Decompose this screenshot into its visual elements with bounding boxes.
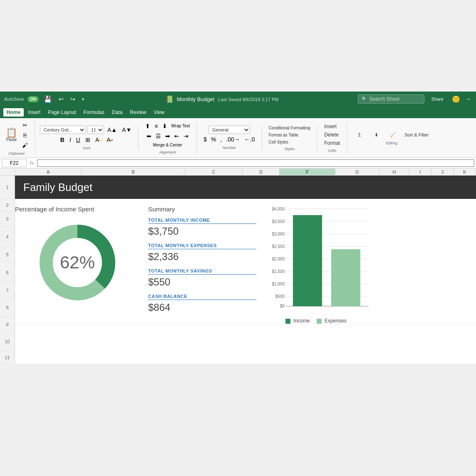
- cash-balance-label: CASH BALANCE: [148, 294, 256, 300]
- legend-income-dot: [285, 319, 290, 324]
- currency-button[interactable]: $: [202, 135, 208, 144]
- align-center-button[interactable]: ☰: [154, 131, 163, 141]
- delete-button[interactable]: Delete: [322, 131, 342, 139]
- row-num-5: 5: [0, 247, 15, 262]
- increase-font-button[interactable]: A▲: [106, 125, 119, 134]
- cell-styles-button[interactable]: Cell Styles: [267, 139, 312, 145]
- fx-label: fx: [28, 160, 35, 166]
- insert-button[interactable]: Insert: [322, 123, 342, 130]
- redo-icon[interactable]: ↪: [69, 94, 77, 104]
- workbook-title: Monthly Budget Last Saved 8/6/2018 3:17 …: [177, 96, 279, 102]
- autosum-button[interactable]: Σ: [352, 131, 367, 139]
- income-label: TOTAL MONTHLY INCOME: [148, 218, 256, 224]
- clear-button[interactable]: 🧹: [385, 131, 400, 139]
- font-size-select[interactable]: 11: [87, 126, 104, 134]
- undo-icon[interactable]: ↩: [57, 94, 65, 104]
- fill-button[interactable]: ⬇: [369, 131, 384, 139]
- format-painter-button[interactable]: 🖌: [20, 141, 30, 150]
- percent-button[interactable]: %: [209, 135, 218, 144]
- menu-item-review[interactable]: Review: [126, 108, 149, 117]
- row-num-8: 8: [0, 298, 15, 317]
- merge-center-button[interactable]: Merge & Center: [151, 141, 184, 149]
- menu-item-formulas[interactable]: Formulas: [80, 108, 108, 117]
- ribbon: 📋 Paste ✂ ⎘ 🖌 Clipboard Century Got... 1…: [0, 118, 476, 158]
- menu-item-insert[interactable]: Insert: [25, 108, 44, 117]
- column-headers: A B C D F G H I J K: [0, 169, 476, 176]
- col-header-c[interactable]: C: [185, 169, 243, 175]
- autosave-toggle[interactable]: ON: [27, 96, 39, 102]
- account-icon[interactable]: 🙂: [450, 94, 462, 104]
- copy-button[interactable]: ⎘: [20, 131, 30, 140]
- paste-button[interactable]: 📋 Paste: [3, 127, 20, 143]
- search-box[interactable]: 🔍: [358, 94, 424, 104]
- svg-text:$1,000: $1,000: [272, 282, 285, 286]
- expenses-label: TOTAL MONTHLY EXPENSES: [148, 243, 256, 249]
- format-as-table-button[interactable]: Format as Table: [267, 132, 312, 138]
- underline-button[interactable]: U: [74, 135, 82, 144]
- chart-section: $4,000 $3,500 $3,000 $2,500 $2,000 $1,50…: [256, 203, 476, 324]
- bold-button[interactable]: B: [59, 135, 66, 144]
- increase-decimal-button[interactable]: .00→: [224, 135, 241, 144]
- col-header-h[interactable]: I: [409, 169, 431, 175]
- indent-decrease-button[interactable]: ⇤: [173, 131, 181, 141]
- save-icon[interactable]: 💾: [42, 94, 54, 104]
- font-family-select[interactable]: Century Got...: [40, 126, 86, 134]
- menu-bar: Home Insert Page Layout Formulas Data Re…: [0, 107, 476, 118]
- formula-input[interactable]: [37, 159, 474, 167]
- left-section: Percentage of Income Spent 62%: [15, 203, 140, 324]
- fill-color-button[interactable]: A▬: [94, 135, 103, 144]
- spreadsheet-title: Family Budget: [23, 181, 92, 194]
- minimize-icon[interactable]: −: [465, 94, 472, 104]
- ribbon-group-clipboard: 📋 Paste ✂ ⎘ 🖌 Clipboard: [3, 120, 35, 156]
- share-button[interactable]: Share: [428, 95, 446, 103]
- donut-percent-label: 62%: [60, 253, 95, 273]
- number-format-select[interactable]: General: [208, 126, 250, 134]
- col-header-e[interactable]: F: [280, 169, 335, 175]
- sort-filter-button[interactable]: Sort & Filter: [402, 131, 431, 139]
- donut-chart-container: 62%: [15, 221, 140, 304]
- align-right-button[interactable]: ➡: [164, 131, 172, 141]
- cash-balance-value: $864: [148, 302, 256, 313]
- comma-button[interactable]: ,: [218, 135, 223, 144]
- summary-expenses: TOTAL MONTHLY EXPENSES $2,336: [148, 243, 256, 263]
- italic-button[interactable]: I: [68, 135, 73, 144]
- ribbon-group-styles: Conditional Formatting Format as Table C…: [267, 125, 318, 151]
- align-bottom-button[interactable]: ⬇: [161, 121, 169, 131]
- col-header-i[interactable]: J: [431, 169, 454, 175]
- col-header-d[interactable]: D: [243, 169, 280, 175]
- row-num-10: 10: [0, 332, 15, 351]
- formula-bar: fx: [0, 158, 476, 169]
- col-header-g[interactable]: H: [379, 169, 409, 175]
- indent-increase-button[interactable]: ⇥: [182, 131, 190, 141]
- expenses-bar: [331, 249, 360, 306]
- format-button[interactable]: Format: [322, 139, 342, 147]
- menu-item-data[interactable]: Data: [109, 108, 126, 117]
- legend-expenses-dot: [317, 319, 322, 324]
- cut-button[interactable]: ✂: [20, 121, 30, 130]
- ribbon-group-alignment: ⬆ ≡ ⬇ Wrap Text ⬅ ☰ ➡ ⇤ ⇥ Merge & Center…: [144, 121, 197, 154]
- col-header-b[interactable]: B: [82, 169, 185, 175]
- align-left-button[interactable]: ⬅: [145, 131, 153, 141]
- align-middle-button[interactable]: ≡: [153, 121, 159, 131]
- title-bar: AutoSave ON 💾 ↩ ↪ ▾ 📗 Monthly Budget Las…: [0, 92, 476, 107]
- svg-text:$2,500: $2,500: [272, 244, 285, 249]
- search-input[interactable]: [369, 96, 419, 102]
- name-box[interactable]: [2, 159, 27, 167]
- svg-text:$500: $500: [275, 294, 285, 299]
- row-11: [15, 324, 476, 336]
- conditional-formatting-button[interactable]: Conditional Formatting: [267, 125, 312, 131]
- col-header-a[interactable]: A: [15, 169, 82, 175]
- border-button[interactable]: ⊞: [84, 135, 92, 144]
- customize-icon[interactable]: ▾: [80, 96, 86, 103]
- wrap-text-button[interactable]: Wrap Text: [170, 122, 192, 129]
- decrease-decimal-button[interactable]: ←.0: [243, 135, 257, 144]
- font-color-button[interactable]: A▬: [105, 135, 114, 144]
- svg-text:$0: $0: [280, 304, 285, 308]
- col-header-j[interactable]: K: [454, 169, 476, 175]
- menu-item-home[interactable]: Home: [3, 108, 24, 117]
- menu-item-view[interactable]: View: [150, 108, 168, 117]
- decrease-font-button[interactable]: A▼: [120, 125, 133, 134]
- align-top-button[interactable]: ⬆: [144, 121, 152, 131]
- menu-item-page-layout[interactable]: Page Layout: [45, 108, 79, 117]
- col-header-f[interactable]: G: [335, 169, 380, 175]
